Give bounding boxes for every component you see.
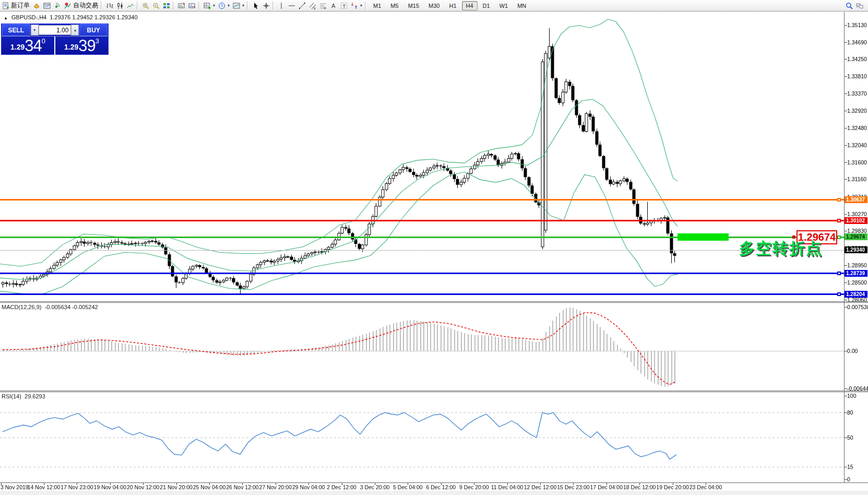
add-indicator-icon — [204, 2, 211, 9]
gold-button[interactable] — [31, 1, 42, 11]
sell-button[interactable]: SELL — [2, 24, 30, 36]
charts-window-button[interactable] — [42, 1, 52, 11]
search-button[interactable] — [844, 1, 854, 11]
timeframe-m15-button[interactable]: M15 — [404, 1, 423, 10]
price-axis-tick: 1.30270 — [847, 211, 867, 217]
buy-price-sup: 3 — [96, 38, 99, 44]
autotrade-icon — [64, 2, 72, 9]
zoom-in-button[interactable] — [140, 1, 151, 11]
hline-price-chip: 1.30637 — [845, 196, 867, 203]
arrows-button[interactable]: ▾ — [349, 1, 364, 11]
ohlc-values: 1.29376 1.29452 1.29326 1.29340 — [50, 14, 137, 20]
signal-button[interactable] — [52, 1, 63, 11]
tile-windows-button[interactable] — [161, 1, 172, 11]
text-label-icon: T — [340, 2, 348, 9]
indicator-list-button[interactable] — [176, 1, 187, 11]
vertical-line-button[interactable] — [276, 1, 287, 11]
zoom-in-icon — [142, 2, 149, 9]
autotrade-button[interactable]: 自动交易 — [63, 1, 100, 11]
volume-increase-button[interactable]: ▲ — [71, 25, 79, 36]
search-icon — [846, 2, 853, 9]
timeframe-d1-button[interactable]: D1 — [479, 1, 494, 10]
sell-price[interactable]: 1.29340 — [2, 37, 55, 55]
sell-price-sup: 0 — [42, 38, 45, 44]
bid-ask-prices: 1.29340 1.29393 — [2, 37, 108, 55]
volume-decrease-button[interactable]: ▼ — [31, 25, 39, 36]
trade-controls-row: SELL ▼ 1.00 ▲ BUY — [2, 24, 108, 37]
toolbar-buttons: 新订单自动交易▾▾▾EFAT▾ — [1, 1, 368, 11]
svg-text:F: F — [324, 6, 326, 9]
text-label-button[interactable]: T — [339, 1, 349, 11]
rsi-label: RSI(14) 29.6293 — [2, 393, 45, 399]
timeframe-m30-button[interactable]: M30 — [424, 1, 444, 10]
timeframe-h4-button[interactable]: H4 — [462, 1, 478, 10]
sell-price-int: 1.29 — [10, 40, 25, 54]
rsi-axis-tick: 100 — [847, 393, 857, 399]
toolbar-separator — [198, 2, 200, 9]
data-window-button[interactable] — [187, 1, 197, 11]
signal-icon — [54, 2, 61, 9]
toolbar-separator — [272, 2, 275, 9]
template-button[interactable]: ▾ — [231, 1, 246, 11]
hline-price-chip: 1.29674 — [845, 233, 867, 240]
tile-windows-icon — [163, 2, 170, 9]
timeframe-mn-button[interactable]: MN — [513, 1, 530, 10]
candle-chart-button[interactable] — [115, 1, 125, 11]
price-axis-tick: 1.34250 — [847, 56, 867, 62]
buy-price-big: 39 — [78, 38, 95, 54]
equidistant-channel-icon: E — [309, 2, 316, 9]
new-order-label: 新订单 — [11, 1, 30, 10]
macd-label: MACD(12,26,9) -0.005634 -0.005242 — [2, 304, 98, 310]
line-chart-icon — [127, 2, 134, 9]
macd-axis-tick: -0.006446 — [847, 385, 868, 392]
timeframe-m1-button[interactable]: M1 — [369, 1, 385, 10]
chart-canvas[interactable] — [0, 0, 868, 495]
current-price-chip: 1.29340 — [845, 246, 867, 253]
chevron-down-icon: ▾ — [242, 3, 244, 8]
buy-button[interactable]: BUY — [79, 24, 108, 36]
rsi-axis-tick: 80 — [847, 409, 853, 416]
cursor-button[interactable] — [251, 1, 261, 11]
time-axis-label: 23 Dec 04:00 — [682, 484, 729, 490]
rsi-axis-tick: 50 — [847, 434, 853, 441]
trend-line-button[interactable] — [297, 1, 307, 11]
horizontal-line-button[interactable] — [287, 1, 297, 11]
buy-price[interactable]: 1.29393 — [55, 37, 108, 55]
chat-icon — [856, 2, 863, 9]
horizontal-line-icon — [288, 2, 295, 9]
svg-text:E: E — [314, 6, 316, 9]
chat-button[interactable] — [854, 1, 865, 11]
toolbar-separator — [101, 2, 103, 9]
add-indicator-button[interactable]: ▾ — [202, 1, 217, 11]
toolbar-separator — [137, 2, 139, 9]
new-order-icon — [2, 2, 9, 9]
fibonacci-button[interactable]: F — [318, 1, 328, 11]
line-chart-button[interactable] — [125, 1, 136, 11]
hline-price-chip: 1.28739 — [845, 270, 867, 277]
rsi-name: RSI(14) — [2, 393, 21, 399]
price-axis-tick: 1.34690 — [847, 39, 867, 45]
autotrade-label: 自动交易 — [73, 1, 98, 10]
chevron-down-icon: ▾ — [228, 3, 230, 8]
price-axis-tick: 1.32480 — [847, 125, 867, 131]
vertical-line-icon — [278, 2, 285, 9]
text-button[interactable]: A — [328, 1, 339, 11]
rsi-axis-tick: 0 — [847, 476, 850, 482]
timeframe-h1-button[interactable]: H1 — [445, 1, 460, 10]
volume-input[interactable]: 1.00 — [39, 25, 72, 35]
svg-text:T: T — [343, 3, 346, 8]
zoom-out-button[interactable] — [151, 1, 161, 11]
crosshair-button[interactable] — [261, 1, 271, 11]
arrows-icon — [351, 2, 358, 9]
new-order-button[interactable]: 新订单 — [1, 1, 31, 11]
timeframe-w1-button[interactable]: W1 — [495, 1, 513, 10]
periods-button[interactable]: ▾ — [217, 1, 231, 11]
price-axis-tick: 1.32920 — [847, 108, 867, 114]
bar-chart-button[interactable] — [104, 1, 115, 11]
collapse-arrow-icon[interactable]: ▲ — [4, 16, 8, 20]
candle-chart-icon — [116, 2, 124, 9]
timeframe-m5-button[interactable]: M5 — [386, 1, 402, 10]
gold-icon — [33, 2, 40, 9]
cursor-icon — [252, 2, 259, 9]
equidistant-channel-button[interactable]: E — [307, 1, 318, 11]
